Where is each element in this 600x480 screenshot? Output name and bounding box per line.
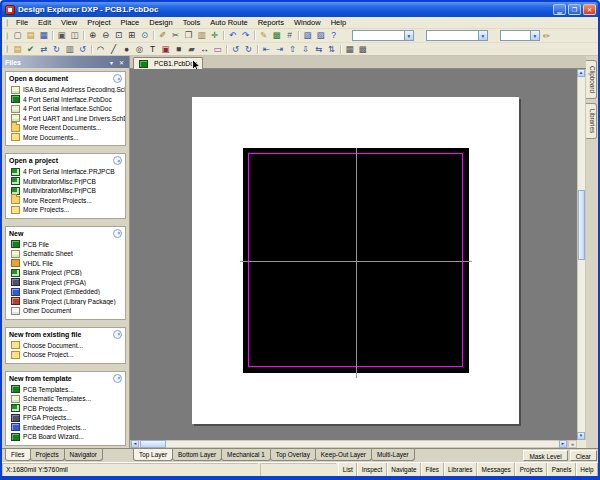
file-list-item[interactable]: VHDL File <box>6 259 125 269</box>
file-list-item[interactable]: Other Document <box>6 306 125 316</box>
section-header[interactable]: New from template » <box>6 372 125 384</box>
toolbar-grip[interactable] <box>5 45 8 53</box>
file-list-item[interactable]: 4 Port UART and Line Drivers.SchDoc <box>6 114 125 124</box>
filter-icon[interactable]: ✐ <box>156 30 169 42</box>
file-list-item[interactable]: Embedded Projects... <box>6 423 125 433</box>
panels-icon[interactable]: ▩ <box>356 43 369 55</box>
update-icon[interactable]: ↻ <box>50 43 63 55</box>
minimize-button[interactable]: ▁ <box>553 4 566 15</box>
print-preview-icon[interactable]: ◫ <box>68 30 81 42</box>
horizontal-scroll-thumb[interactable] <box>140 440 166 448</box>
menu-item[interactable]: Window <box>289 17 326 28</box>
file-list-item[interactable]: More Documents... <box>6 133 125 143</box>
zoom-in-icon[interactable]: ⊕ <box>86 30 99 42</box>
file-list-item[interactable]: MultivibratorMisc.PrjPCB <box>6 177 125 187</box>
file-list-item[interactable]: Blank Project (FPGA) <box>6 278 125 288</box>
cut-icon[interactable]: ✂ <box>169 30 182 42</box>
place-room-icon[interactable]: ▭ <box>211 43 224 55</box>
file-list-item[interactable]: MultivibratorMisc.PrjPCB <box>6 186 125 196</box>
browse-icon[interactable]: ▧ <box>314 30 327 42</box>
grid-icon[interactable]: # <box>283 30 296 42</box>
collapse-section-button[interactable]: » <box>113 156 122 165</box>
layer-tab[interactable]: Multi-Layer <box>371 449 415 461</box>
file-list-item[interactable]: PCB Projects... <box>6 404 125 414</box>
status-panel-button[interactable]: Projects <box>515 463 547 476</box>
align-right-icon[interactable]: ⇥ <box>273 43 286 55</box>
file-list-item[interactable]: Choose Document... <box>6 341 125 351</box>
file-list-item[interactable]: More Recent Documents... <box>6 123 125 133</box>
save-icon[interactable]: ▦ <box>37 30 50 42</box>
scroll-right-icon[interactable]: ► <box>559 440 567 448</box>
file-list-item[interactable]: PCB File <box>6 240 125 250</box>
zoom-out-icon[interactable]: ⊖ <box>99 30 112 42</box>
file-list-item[interactable]: Schematic Templates... <box>6 394 125 404</box>
file-list-item[interactable]: Blank Project (Embedded) <box>6 287 125 297</box>
panel-tab[interactable]: Files <box>5 449 31 461</box>
pcb-sheet[interactable] <box>192 97 519 424</box>
board-icon[interactable]: ▩ <box>270 30 283 42</box>
panel-tab[interactable]: Projects <box>30 449 65 461</box>
menu-item[interactable]: Reports <box>253 17 289 28</box>
print-icon[interactable]: ▣ <box>55 30 68 42</box>
layer-tab[interactable]: Mechanical 1 <box>221 449 271 461</box>
file-list-item[interactable]: Blank Project (PCB) <box>6 268 125 278</box>
close-button[interactable]: ✕ <box>583 4 596 15</box>
vertical-scrollbar[interactable]: ▲ ▼ <box>577 69 586 440</box>
rooms-icon[interactable]: ▦ <box>343 43 356 55</box>
section-header[interactable]: New » <box>6 227 125 239</box>
file-list-item[interactable]: 4 Port Serial Interface.PcbDoc <box>6 95 125 105</box>
filter-combo-1[interactable]: ▾ <box>352 30 414 41</box>
open-document-icon[interactable]: ▤ <box>24 30 37 42</box>
layer-tabs-overflow-button[interactable]: » <box>568 440 577 448</box>
layer-tab[interactable]: Bottom Layer <box>172 449 222 461</box>
status-panel-button[interactable]: Inspect <box>357 463 387 476</box>
menu-item[interactable]: Help <box>326 17 351 28</box>
cross-probe-icon[interactable]: ⊙ <box>138 30 151 42</box>
status-panel-button[interactable]: Libraries <box>444 463 478 476</box>
undo-icon[interactable]: ↶ <box>226 30 239 42</box>
new-document-icon[interactable]: ▢ <box>11 30 24 42</box>
collapse-section-button[interactable]: » <box>113 330 122 339</box>
menu-item[interactable]: Auto Route <box>205 17 253 28</box>
menu-item[interactable]: Tools <box>178 17 206 28</box>
pencil-icon[interactable]: ✎ <box>257 30 270 42</box>
place-via-icon[interactable]: ◎ <box>133 43 146 55</box>
place-pad-icon[interactable]: ● <box>120 43 133 55</box>
place-component-icon[interactable]: ▣ <box>159 43 172 55</box>
right-panel-tab[interactable]: Clipboard <box>586 60 597 99</box>
menu-item[interactable]: Place <box>116 17 145 28</box>
file-list-item[interactable]: FPGA Projects... <box>6 413 125 423</box>
place-line-icon[interactable]: ╱ <box>107 43 120 55</box>
file-list-item[interactable]: More Recent Projects... <box>6 196 125 206</box>
layer-tab[interactable]: Top Overlay <box>270 449 316 461</box>
distribute-horizontal-icon[interactable]: ⇆ <box>312 43 325 55</box>
place-polygon-icon[interactable]: ▰ <box>185 43 198 55</box>
file-list-item[interactable]: ISA Bus and Address Decoding.SchDoc <box>6 85 125 95</box>
menu-item[interactable]: Edit <box>33 17 56 28</box>
layer-tab[interactable]: Top Layer <box>133 449 173 461</box>
place-dimension-icon[interactable]: ↔ <box>198 43 211 55</box>
file-list-item[interactable]: PCB Board Wizard... <box>6 432 125 442</box>
paste-icon[interactable]: ▥ <box>195 30 208 42</box>
redo-icon[interactable]: ↷ <box>239 30 252 42</box>
file-list-item[interactable]: 4 Port Serial Interface.SchDoc <box>6 104 125 114</box>
chevron-down-icon[interactable]: ▾ <box>404 31 413 40</box>
section-header[interactable]: Open a project » <box>6 154 125 166</box>
file-list-item[interactable]: Blank Project (Library Package) <box>6 297 125 307</box>
panel-menu-button[interactable]: ▾ <box>107 58 116 67</box>
filter-combo-3[interactable]: ▾ <box>500 30 540 41</box>
align-bottom-icon[interactable]: ⇩ <box>299 43 312 55</box>
menu-item[interactable]: Project <box>82 17 115 28</box>
place-string-icon[interactable]: T <box>146 43 159 55</box>
toolbar-grip[interactable] <box>5 32 8 40</box>
file-list-item[interactable]: Choose Project... <box>6 350 125 360</box>
panel-tab[interactable]: Navigator <box>64 449 103 461</box>
section-header[interactable]: New from existing file » <box>6 328 125 340</box>
scroll-up-icon[interactable]: ▲ <box>577 69 585 77</box>
right-panel-tab[interactable]: Libraries <box>586 103 597 139</box>
file-list-item[interactable]: PCB Templates... <box>6 385 125 395</box>
copy-icon[interactable]: ❐ <box>182 30 195 42</box>
brush-icon[interactable]: ✏ <box>543 31 550 41</box>
menubar-grip[interactable] <box>5 19 8 27</box>
open-project-icon[interactable]: ▤ <box>11 43 24 55</box>
